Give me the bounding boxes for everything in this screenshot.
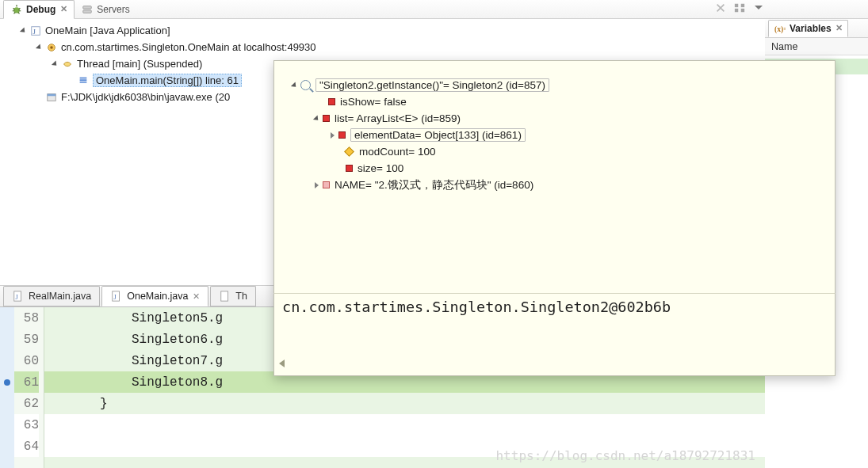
svg-text:J: J xyxy=(16,294,18,301)
twisty-closed-icon[interactable] xyxy=(312,181,320,189)
thread-icon xyxy=(61,58,74,70)
editor-tab-th[interactable]: Th xyxy=(210,286,256,306)
twisty-none-icon xyxy=(35,93,43,101)
editor-tab-onemain[interactable]: J OneMain.java ✕ xyxy=(101,286,208,306)
inspect-name-label: NAME= "2.饿汉式，静态代码块" (id=860) xyxy=(335,178,533,192)
tab-servers[interactable]: Servers xyxy=(75,1,136,18)
inspect-list-node[interactable]: list= ArrayList<E> (id=859) xyxy=(282,110,827,127)
inspect-icon xyxy=(300,80,311,90)
tab-debug[interactable]: Debug ✕ xyxy=(3,0,75,19)
inspect-list-label: list= ArrayList<E> (id=859) xyxy=(335,112,461,124)
tab-variables-label: Variables xyxy=(790,23,832,34)
horizontal-scrollbar[interactable] xyxy=(279,356,830,371)
line-number: 61 xyxy=(24,375,39,390)
svg-rect-3 xyxy=(735,4,738,7)
java-app-icon: J xyxy=(29,25,42,37)
field-icon xyxy=(323,115,330,122)
variables-icon: (x)= xyxy=(774,22,786,35)
view-menu-icon[interactable] xyxy=(752,2,765,14)
twisty-none-icon xyxy=(67,77,75,85)
line-number: 62 xyxy=(24,397,39,411)
editor-tab-realmain-label: RealMain.java xyxy=(29,291,91,302)
svg-text:J: J xyxy=(114,294,117,301)
inspect-modcount-node[interactable]: modCount= 100 xyxy=(282,143,827,160)
line-number: 59 xyxy=(24,333,39,347)
process-icon xyxy=(45,91,58,104)
toolbar-icons xyxy=(714,2,765,14)
inherited-field-icon xyxy=(344,146,354,157)
code-text: Singleton7.g xyxy=(132,354,223,368)
twisty-open-icon[interactable] xyxy=(19,27,27,35)
close-icon[interactable]: ✕ xyxy=(193,291,200,302)
line-number: 58 xyxy=(24,311,39,325)
code-text: } xyxy=(100,397,108,411)
file-icon xyxy=(219,290,231,302)
svg-rect-12 xyxy=(80,81,87,82)
tab-debug-label: Debug xyxy=(26,4,55,15)
process-label: cn.com.startimes.Singleton.OneMain at lo… xyxy=(61,41,316,53)
remove-terminated-icon[interactable] xyxy=(714,2,727,14)
process-node[interactable]: cn.com.startimes.Singleton.OneMain at lo… xyxy=(5,39,760,55)
variables-tab-bar: (x)= Variables ✕ xyxy=(765,19,868,38)
layout-icon[interactable] xyxy=(733,2,746,14)
view-tab-bar: Debug ✕ Servers xyxy=(0,0,868,19)
close-icon[interactable]: ✕ xyxy=(835,23,843,33)
line-number-gutter: 58 59 60 61 62 63 64 xyxy=(14,307,44,468)
code-text: Singleton6.g xyxy=(132,333,223,347)
svg-rect-15 xyxy=(48,93,56,96)
inspect-elementdata-node[interactable]: elementData= Object[133] (id=861) xyxy=(282,127,827,143)
svg-rect-4 xyxy=(741,4,744,7)
svg-rect-2 xyxy=(83,10,92,13)
debug-target-icon xyxy=(45,41,58,54)
breakpoint-gutter[interactable] xyxy=(0,307,14,468)
svg-rect-1 xyxy=(83,6,92,9)
svg-point-10 xyxy=(50,46,53,49)
thread-label: Thread [main] (Suspended) xyxy=(77,58,202,70)
svg-point-21 xyxy=(4,379,10,386)
java-file-icon: J xyxy=(12,290,25,302)
code-text: Singleton8.g xyxy=(132,375,223,390)
line-number: 63 xyxy=(24,418,39,432)
tab-servers-label: Servers xyxy=(97,4,129,15)
expression-inspect-popup[interactable]: "Singleton2.getInstance()"= Singleton2 (… xyxy=(273,60,835,376)
server-icon xyxy=(81,3,94,16)
bug-icon xyxy=(10,3,23,16)
svg-rect-20 xyxy=(221,291,228,301)
inspect-modcount-label: modCount= 100 xyxy=(359,146,435,158)
inspect-size-node[interactable]: size= 100 xyxy=(282,160,827,177)
scroll-left-icon[interactable] xyxy=(279,360,285,367)
svg-rect-6 xyxy=(741,9,744,12)
stackframe-label: OneMain.main(String[]) line: 61 xyxy=(93,74,242,87)
launch-label: OneMain [Java Application] xyxy=(45,25,170,36)
java-file-icon: J xyxy=(110,290,123,302)
editor-tab-realmain[interactable]: J RealMain.java xyxy=(3,286,100,306)
twisty-open-icon[interactable] xyxy=(51,60,59,68)
inspect-isshow-node[interactable]: isShow= false xyxy=(282,93,827,110)
line-number: 60 xyxy=(24,354,39,368)
tab-variables[interactable]: (x)= Variables ✕ xyxy=(768,20,848,37)
inspect-tree[interactable]: "Singleton2.getInstance()"= Singleton2 (… xyxy=(273,60,835,293)
close-icon[interactable]: ✕ xyxy=(60,4,67,14)
static-field-icon xyxy=(323,181,330,188)
twisty-open-icon[interactable] xyxy=(35,44,43,51)
inspect-detail-pane[interactable]: cn.com.startimes.Singleton.Singleton2@60… xyxy=(273,293,835,376)
inspect-isshow-label: isShow= false xyxy=(340,96,407,108)
twisty-closed-icon[interactable] xyxy=(328,131,336,139)
line-number: 64 xyxy=(24,439,39,454)
variables-column-header[interactable]: Name xyxy=(765,38,868,55)
javaw-label: F:\JDK\jdk\jdk6038\bin\javaw.exe (20 xyxy=(61,91,230,103)
twisty-open-icon[interactable] xyxy=(312,115,320,123)
inspect-root-node[interactable]: "Singleton2.getInstance()"= Singleton2 (… xyxy=(282,77,827,93)
svg-rect-5 xyxy=(735,9,738,12)
inspect-elementdata-label: elementData= Object[133] (id=861) xyxy=(350,128,526,142)
variables-header-name: Name xyxy=(771,41,797,52)
twisty-open-icon[interactable] xyxy=(290,82,298,89)
editor-tab-onemain-label: OneMain.java xyxy=(127,291,188,302)
stackframe-icon xyxy=(77,74,90,87)
launch-node[interactable]: J OneMain [Java Application] xyxy=(5,22,760,39)
svg-text:J: J xyxy=(33,27,36,35)
svg-point-0 xyxy=(13,7,19,13)
breakpoint-icon[interactable] xyxy=(3,379,11,386)
inspect-name-node[interactable]: NAME= "2.饿汉式，静态代码块" (id=860) xyxy=(282,177,827,193)
field-icon xyxy=(338,131,346,139)
